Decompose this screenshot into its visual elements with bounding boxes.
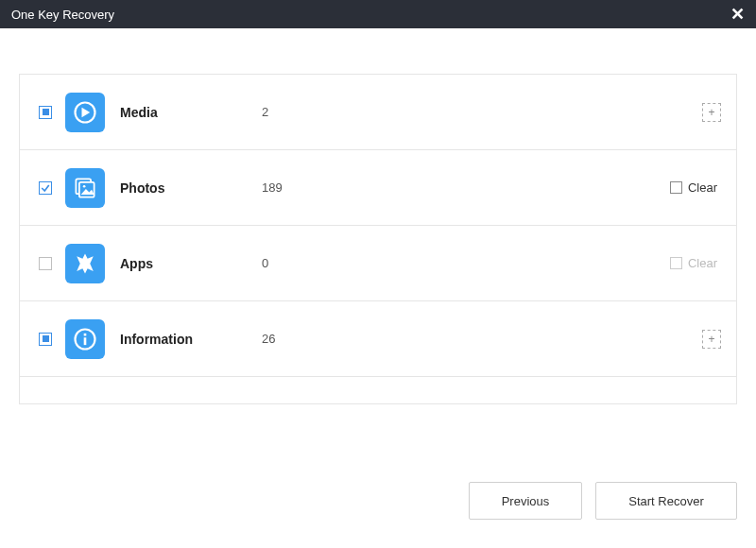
category-count: 26 <box>262 332 318 346</box>
button-bar: Previous Start Recover <box>469 482 737 520</box>
clear-checkbox-photos[interactable] <box>670 181 682 194</box>
previous-button[interactable]: Previous <box>469 482 582 520</box>
category-row-information: Information 26 + <box>20 301 736 377</box>
expand-button-media[interactable]: + <box>702 103 721 122</box>
panel-footer <box>20 377 736 403</box>
category-count: 189 <box>262 180 318 195</box>
expand-button-information[interactable]: + <box>702 330 721 349</box>
clear-control-photos: Clear <box>670 180 717 195</box>
content-area: Media 2 + Photos 189 Clear <box>0 28 756 404</box>
svg-rect-7 <box>84 337 87 345</box>
title-bar: One Key Recovery ✕ <box>0 0 756 28</box>
category-count: 0 <box>262 256 318 270</box>
category-label: Media <box>120 105 262 120</box>
photos-icon <box>65 168 105 208</box>
svg-rect-6 <box>84 333 87 335</box>
clear-label: Clear <box>688 180 717 195</box>
svg-marker-1 <box>82 107 91 117</box>
apps-icon <box>65 244 105 283</box>
checkbox-information[interactable] <box>39 333 52 346</box>
category-row-photos: Photos 189 Clear <box>20 150 736 226</box>
clear-label: Clear <box>688 256 717 270</box>
category-panel: Media 2 + Photos 189 Clear <box>19 74 737 404</box>
clear-checkbox-apps <box>670 257 682 269</box>
media-icon <box>65 93 105 132</box>
checkbox-photos[interactable] <box>39 181 52 195</box>
close-icon[interactable]: ✕ <box>730 6 745 23</box>
category-label: Information <box>120 332 262 347</box>
category-count: 2 <box>262 105 318 119</box>
category-label: Apps <box>120 256 262 271</box>
window-title: One Key Recovery <box>11 8 114 22</box>
checkbox-apps[interactable] <box>39 257 52 270</box>
category-row-media: Media 2 + <box>20 75 736 150</box>
clear-control-apps: Clear <box>670 256 717 270</box>
svg-point-4 <box>83 184 86 187</box>
start-recover-button[interactable]: Start Recover <box>595 482 737 520</box>
category-label: Photos <box>120 180 262 196</box>
information-icon <box>65 319 105 359</box>
checkbox-media[interactable] <box>39 106 52 119</box>
category-row-apps: Apps 0 Clear <box>20 226 736 301</box>
